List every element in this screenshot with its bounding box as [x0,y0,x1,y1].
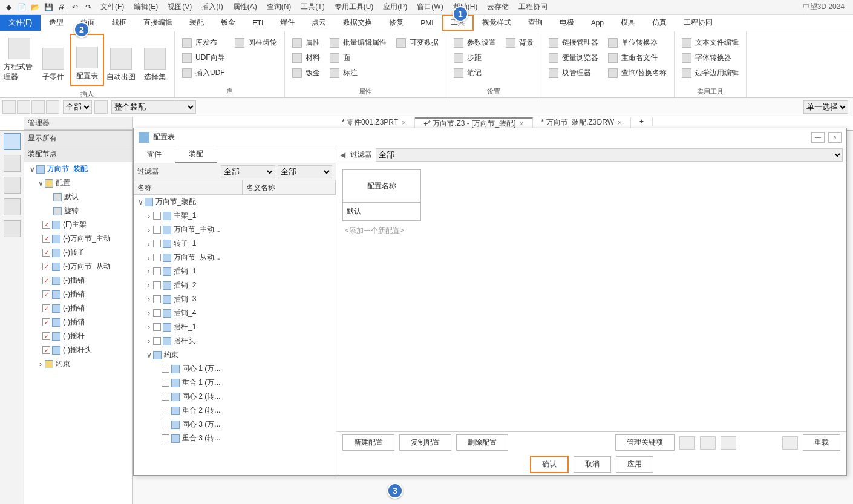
checkbox[interactable]: ✓ [42,249,50,257]
dlg-row[interactable]: ›转子_1 [134,237,336,250]
side-box-icon[interactable] [4,177,21,194]
checkbox[interactable] [153,281,161,289]
filter-sel1[interactable]: 全部 [221,165,275,178]
btn-lib-publish[interactable]: 库发布 [181,35,226,50]
tree-part[interactable]: ✓(-)插销 [24,287,132,301]
checkbox[interactable]: ✓ [42,221,50,229]
btn-manage-keys[interactable]: 管理关键项 [615,434,675,451]
dlg-row[interactable]: ›插销_4 [134,306,336,320]
btn-unitconv[interactable]: 单位转换器 [607,35,668,50]
tb-plus-icon[interactable] [17,100,30,114]
checkbox[interactable] [153,226,161,234]
menu-window[interactable]: 窗口(W) [412,2,448,12]
rtab-app[interactable]: App [583,15,612,31]
dlg-row[interactable]: 同心 3 (万... [134,417,336,431]
checkbox[interactable] [162,379,169,387]
tb-cube-icon[interactable] [94,100,108,114]
dlg-row[interactable]: ›万向节_从动... [134,250,336,264]
btn-step[interactable]: 步距 [453,50,497,65]
close-icon[interactable]: × [402,119,406,127]
menu-cloud[interactable]: 云存储 [482,2,514,12]
checkbox[interactable]: ✓ [42,277,50,284]
btn-batch-edit[interactable]: 批量编辑属性 [328,35,388,50]
checkbox[interactable] [162,365,169,373]
checkbox[interactable] [153,337,161,345]
cfg-add-hint[interactable]: <添加一个新配置> [342,221,840,241]
btn-insert-udf[interactable]: 插入UDF [181,65,226,80]
tb-filter-icon[interactable] [46,100,59,114]
sel-single[interactable]: 单一选择 [803,100,848,114]
tree-part[interactable]: ✓(-)万向节_从动 [24,260,132,273]
btn-folder-icon[interactable] [679,436,695,450]
rtab-wireframe[interactable]: 线框 [103,15,135,31]
menu-app[interactable]: 应用(P) [378,2,412,12]
menu-tools[interactable]: 工具(T) [296,2,329,12]
menu-attr[interactable]: 属性(A) [228,2,262,12]
btn-notes[interactable]: 笔记 [453,65,497,80]
checkbox[interactable]: ✓ [42,290,50,298]
dlg-row[interactable]: 重合 3 (转... [134,431,336,445]
checkbox[interactable]: ✓ [42,263,50,270]
checkbox[interactable]: ✓ [42,318,50,326]
btn-sheet-attr[interactable]: 钣金 [291,65,321,80]
checkbox[interactable] [153,267,161,275]
tree-config[interactable]: ∨配置 [24,176,132,190]
new-icon[interactable]: 📄 [16,1,28,13]
btn-select-set[interactable]: 选择集 [138,34,172,86]
rtab-sheet[interactable]: 钣金 [212,15,244,31]
cfg-default-cell[interactable]: 默认 [342,203,421,221]
right-filter-sel[interactable]: 全部 [376,148,843,162]
btn-learn[interactable]: 边学边用编辑 [681,65,740,80]
side-tree-icon[interactable] [4,133,21,150]
rtab-exchange[interactable]: 数据交换 [335,15,381,31]
show-all-row[interactable]: 显示所有 [24,131,132,146]
rtab-file[interactable]: 文件(F) [0,15,41,31]
btn-txtedit[interactable]: 文本文件编辑 [681,35,740,50]
rtab-pointcloud[interactable]: 点云 [303,15,335,31]
dlg-row[interactable]: ›插销_3 [134,292,336,306]
checkbox[interactable]: ✓ [42,235,50,243]
dlg-row[interactable]: 重合 2 (转... [134,404,336,417]
rtab-visual[interactable]: 视觉样式 [474,15,520,31]
menu-insert[interactable]: 插入(I) [197,2,227,12]
doc-tab-2[interactable]: * 万向节_装配.Z3DRW× [533,117,631,128]
checkbox[interactable]: ✓ [42,332,50,340]
checkbox[interactable] [162,421,169,428]
btn-copy-config[interactable]: 复制配置 [399,434,451,451]
dlg-row[interactable]: 同心 1 (万... [134,362,336,376]
rtab-assembly[interactable]: 装配 [181,15,212,31]
checkbox[interactable] [153,254,161,261]
btn-fontconv[interactable]: 字体转换器 [681,50,740,65]
open-icon[interactable]: 📂 [29,1,41,13]
save-icon[interactable]: 💾 [42,1,54,13]
checkbox[interactable]: ✓ [42,304,50,312]
doc-tab-add[interactable]: + [631,117,653,126]
tree-part[interactable]: ✓(-)摇杆头 [24,343,132,357]
rtab-collab[interactable]: 工程协同 [675,15,721,31]
rtab-electrode[interactable]: 电极 [551,15,583,31]
close-icon[interactable]: × [520,120,524,128]
dlg-row[interactable]: ›主架_1 [134,209,336,223]
tree-constraint[interactable]: ›约束 [24,357,132,371]
checkbox[interactable] [153,295,161,303]
btn-new-config[interactable]: 新建配置 [342,434,394,451]
rtab-fti[interactable]: FTI [244,15,272,31]
btn-auto-draw[interactable]: 自动出图 [104,34,138,86]
subtab-assembly[interactable]: 装配 [175,146,217,163]
dlg-row[interactable]: ›摇杆头 [134,334,336,348]
tree-part[interactable]: ✓(F)主架 [24,218,132,232]
side-user-icon[interactable] [4,220,21,237]
rtab-direct[interactable]: 直接编辑 [135,15,181,31]
btn-findrepl[interactable]: 查询/替换名称 [607,65,668,80]
rtab-query[interactable]: 查询 [520,15,551,31]
btn-equation-mgr[interactable]: 方程式管理器 [2,34,36,86]
checkbox[interactable] [153,309,161,317]
rtab-repair[interactable]: 修复 [381,15,412,31]
tb-cursor-icon[interactable] [2,100,16,114]
dlg-row[interactable]: ›摇杆_1 [134,320,336,334]
dlg-row[interactable]: ›万向节_主动... [134,223,336,237]
tree-part[interactable]: ✓(-)插销 [24,273,132,287]
btn-delete-config[interactable]: 删除配置 [456,434,508,451]
rtab-weld[interactable]: 焊件 [272,15,303,31]
tree-part[interactable]: ✓(-)转子 [24,246,132,260]
